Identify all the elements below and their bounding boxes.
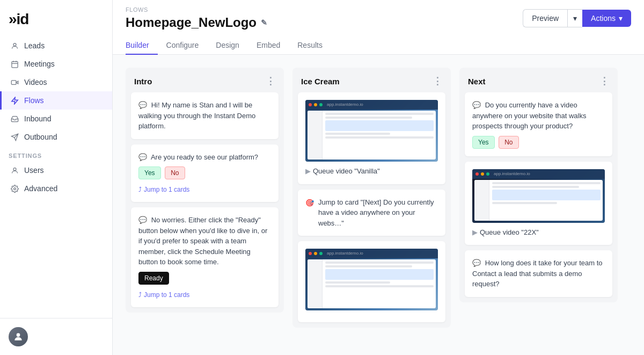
sidebar-item-advanced[interactable]: Advanced [0,179,112,198]
calendar-icon [10,60,19,68]
card-next-1: 💬 Do you currently have a video anywhere… [465,92,612,156]
jump-link[interactable]: ⤴ Jump to 1 cards [138,185,271,194]
sidebar-item-leads[interactable]: Leads [0,37,112,55]
jump-link[interactable]: ⤴ Jump to 1 cards [138,290,271,300]
message-icon: 💬 [472,258,481,269]
bolt-icon [10,96,19,105]
header-top: Flows Homepage_NewLogo ✎ Preview ▾ Actio… [126,0,631,34]
card-ice-cream-2: 🎯 Jump to card "[Next] Do you currently … [298,190,445,236]
card-intro-2: 💬 Are you ready to see our platform? Yes… [131,144,279,202]
card-image: app.instantdemo.io [305,100,438,162]
badge-no[interactable]: No [165,166,185,179]
sidebar-item-label: Advanced [24,184,57,193]
actions-button[interactable]: Actions ▾ [582,10,631,27]
sidebar-item-flows[interactable]: Flows [0,91,112,110]
svg-rect-1 [11,61,17,67]
sidebar-item-users[interactable]: Users [0,161,112,179]
card-image-2: app.instantdemo.io [305,249,438,310]
jump-icon: ⤴ [138,290,142,300]
edit-icon[interactable]: ✎ [261,18,267,27]
sidebar-item-label: Inbound [24,114,52,123]
column-body-ice-cream: app.instantdemo.io [292,92,451,328]
svg-point-8 [13,168,16,170]
logo: »id [0,0,112,37]
card-intro-3: 💬 No worries. Either click the "Ready" b… [131,207,279,307]
sidebar-item-inbound[interactable]: Inbound [0,110,112,128]
breadcrumb: Flows [126,6,267,13]
tab-embed[interactable]: Embed [248,37,289,55]
column-menu-icon[interactable]: ⋮ [599,75,609,87]
sidebar-item-outbound[interactable]: Outbound [0,128,112,146]
column-ice-cream: Ice Cream ⋮ app.instantdemo.io [292,68,451,328]
chevron-down-icon: ▾ [619,14,623,23]
column-header-next: Next ⋮ [459,68,618,92]
person-icon [10,166,19,175]
avatar[interactable] [9,327,28,346]
column-header-ice-cream: Ice Cream ⋮ [292,68,451,92]
svg-point-10 [17,333,20,337]
sidebar-item-label: Outbound [24,133,57,141]
badge-ready[interactable]: Ready [138,272,169,285]
board: Intro ⋮ 💬 Hi! My name is Stan and I will… [113,55,644,355]
sidebar-item-label: Users [24,166,44,175]
svg-point-0 [13,43,16,46]
column-next: Next ⋮ 💬 Do you currently have a video a… [459,68,618,302]
sidebar-item-label: Flows [24,96,44,105]
preview-button[interactable]: Preview [523,9,567,27]
sidebar-footer [0,318,112,355]
card-ice-cream-1: app.instantdemo.io [298,92,445,184]
person-icon [10,41,19,50]
jump-icon: ⤴ [138,185,142,194]
logo-mark: »id [9,11,28,28]
play-icon: ▶ [305,166,311,177]
tab-configure[interactable]: Configure [158,37,208,55]
tab-design[interactable]: Design [207,37,248,55]
badge-yes[interactable]: Yes [138,166,161,179]
play-icon: ▶ [472,227,478,238]
message-icon: 💬 [472,100,481,111]
svg-point-9 [13,187,16,190]
tab-results[interactable]: Results [289,37,331,55]
sidebar-item-label: Videos [24,78,47,86]
card-ice-cream-3: app.instantdemo.io [298,241,445,322]
svg-rect-5 [11,80,16,84]
card-image-3: app.instantdemo.io [472,169,605,223]
send-icon [10,133,19,141]
message-icon: 💬 [138,100,147,111]
header: Flows Homepage_NewLogo ✎ Preview ▾ Actio… [113,0,644,55]
sidebar-item-label: Leads [24,41,45,50]
sidebar: »id Leads Meetings Videos Flows [0,0,113,355]
tab-builder[interactable]: Builder [126,37,158,55]
settings-section-label: Settings [0,146,112,161]
video-icon [10,78,19,86]
card-next-3: 💬 How long does it take for your team to… [465,250,612,297]
card-next-2: app.instantdemo.io [465,162,612,245]
tabs: Builder Configure Design Embed Results [126,37,631,54]
header-actions: Preview ▾ Actions ▾ [523,9,631,27]
column-body-intro: 💬 Hi! My name is Stan and I will be walk… [126,92,284,313]
badge-yes[interactable]: Yes [472,136,495,149]
card-intro-1: 💬 Hi! My name is Stan and I will be walk… [131,92,279,139]
preview-caret-button[interactable]: ▾ [567,9,582,27]
sidebar-item-label: Meetings [24,60,55,68]
header-left: Flows Homepage_NewLogo ✎ [126,6,267,30]
send-icon: 🎯 [305,198,314,208]
sidebar-item-videos[interactable]: Videos [0,73,112,91]
column-menu-icon[interactable]: ⋮ [266,75,275,87]
main-content: Flows Homepage_NewLogo ✎ Preview ▾ Actio… [113,0,644,355]
badge-no[interactable]: No [499,136,518,149]
gear-icon [10,184,19,193]
column-intro: Intro ⋮ 💬 Hi! My name is Stan and I will… [126,68,284,313]
message-icon: 💬 [138,152,147,163]
sidebar-item-meetings[interactable]: Meetings [0,55,112,73]
message-icon: 💬 [138,215,147,226]
page-title: Homepage_NewLogo ✎ [126,15,267,30]
main-nav: Leads Meetings Videos Flows Inbound [0,37,112,318]
column-header-intro: Intro ⋮ [126,68,284,92]
column-menu-icon[interactable]: ⋮ [433,75,442,87]
column-body-next: 💬 Do you currently have a video anywhere… [459,92,618,302]
inbox-icon [10,114,19,123]
